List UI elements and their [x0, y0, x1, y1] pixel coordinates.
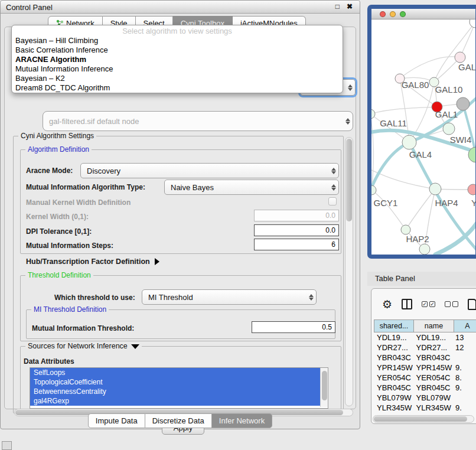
network-node[interactable] [470, 19, 475, 28]
zoom-traffic-light-icon[interactable] [400, 11, 406, 17]
network-graph[interactable]: GALGAL80GAL10GAL1GAL11SWI4GAL4GCY1HAP4YH… [371, 19, 475, 255]
table-cell: YPR145W [413, 363, 452, 373]
node-label: Y [471, 198, 475, 208]
gear-icon[interactable]: ⚙ [382, 299, 392, 310]
mi-threshold-input[interactable] [252, 321, 335, 333]
threshold-definition-title: Threshold Definition [25, 271, 93, 279]
table-cell: YDL19... [413, 332, 452, 343]
table-cell: 9. [452, 403, 476, 413]
table-row[interactable]: YLR345WYLR345W9. [374, 403, 476, 413]
network-node[interactable] [455, 52, 465, 63]
mi-algorithm-type-label: Mutual Information Algorithm Type: [26, 183, 145, 191]
mi-steps-input[interactable] [254, 239, 339, 250]
control-panel-titlebar: Control Panel □ ✖ [1, 1, 360, 14]
hub-definition-toggle[interactable]: Hub/Transcription Factor Definition [26, 257, 159, 266]
bottom-tab-impute-data[interactable]: Impute Data [88, 413, 145, 428]
float-window-icon[interactable]: □ [335, 2, 340, 11]
network-node[interactable] [419, 244, 430, 255]
deselect-all-checkboxes-icon[interactable] [445, 301, 458, 307]
bottom-tabbar: Impute DataDiscretize DataInfer Network [1, 413, 360, 428]
which-threshold-combobox[interactable]: MI Threshold [142, 289, 317, 305]
table-horizontal-scrollbar[interactable] [373, 415, 474, 423]
manual-kernel-width-checkbox[interactable] [328, 197, 337, 206]
network-node[interactable] [401, 225, 410, 234]
algorithm-placeholder: Select algorithm to view settings [12, 27, 343, 36]
aracne-mode-label: Aracne Mode: [26, 167, 73, 175]
attribute-item-selfloops[interactable]: SelfLoops [30, 368, 328, 377]
algorithm-option-mutual-information-inference[interactable]: Mutual Information Inference [12, 64, 343, 74]
network-node[interactable] [429, 183, 441, 195]
column-header-a[interactable]: A [454, 319, 476, 332]
mi-algorithm-type-value: Naive Bayes [165, 183, 329, 192]
attribute-item-gal4rgexp[interactable]: gal4RGexp [30, 396, 328, 406]
node-label: GAL [458, 62, 475, 72]
algorithm-options-list: Bayesian – Hill ClimbingBasic Correlatio… [12, 36, 343, 93]
table-row[interactable]: YBL079WYBL079W [374, 393, 476, 403]
sources-toggle[interactable]: Sources for Network Inference [25, 342, 142, 350]
network-selection-combobox[interactable]: gal-filtered.sif default node [43, 111, 353, 131]
kernel-width-input[interactable] [254, 210, 339, 221]
table-cell [452, 393, 476, 403]
network-edge [371, 114, 374, 190]
table-cell: 8. [452, 373, 476, 383]
close-icon[interactable]: ✖ [347, 2, 353, 11]
screen: Control Panel □ ✖ NetworkStyleSelectCyni… [0, 0, 476, 450]
network-canvas[interactable]: GALGAL80GAL10GAL1GAL11SWI4GAL4GCY1HAP4YH… [371, 19, 475, 255]
attribute-item-betweennesscentrality[interactable]: BetweennessCentrality [30, 387, 328, 396]
algorithm-option-basic-correlation-inference[interactable]: Basic Correlation Inference [12, 45, 343, 55]
node-label: SWI4 [450, 135, 472, 145]
table-row[interactable]: YBR043CYBR043C [374, 353, 476, 363]
table-row[interactable]: YDR27...YDR27...12 [374, 343, 476, 353]
bottom-tab-infer-network[interactable]: Infer Network [212, 413, 272, 428]
network-node[interactable] [443, 123, 455, 135]
select-all-checkboxes-icon[interactable]: ✓✓ [422, 301, 435, 307]
node-label: GAL11 [380, 118, 407, 128]
table-header-row: shared...nameA [374, 319, 476, 332]
network-node[interactable] [468, 184, 475, 195]
table-row[interactable]: YPR145WYPR145W9. [374, 363, 476, 373]
mi-threshold-definition-title: MI Threshold Definition [31, 305, 109, 314]
algorithm-option-aracne-algorithm[interactable]: ARACNE Algorithm [12, 55, 343, 64]
table-body: YDL19...YDL19...13YDR27...YDR27...12YBR0… [374, 332, 476, 415]
table-panel-window: ⚙ ✓✓ shared...nameA YDL19...YDL19...13YD… [371, 288, 476, 424]
aracne-mode-combobox[interactable]: Discovery [80, 163, 339, 178]
algorithm-definition-title: Algorithm Definition [25, 145, 92, 154]
close-traffic-light-icon[interactable] [380, 11, 386, 17]
bottom-tab-discretize-data[interactable]: Discretize Data [145, 413, 212, 428]
stepper-icon [329, 180, 338, 194]
table-panel-title: Table Panel [367, 272, 476, 286]
table-row[interactable]: YBR045CYBR045C9. [374, 383, 476, 393]
mi-algorithm-type-combobox[interactable]: Naive Bayes [164, 180, 339, 195]
node-label: GAL10 [435, 84, 463, 94]
table-cell: YLR345W [374, 403, 413, 413]
settings-vertical-scrollbar[interactable] [345, 137, 353, 406]
table-row[interactable]: YER054CYER054C8. [374, 373, 476, 383]
cyni-algorithm-settings-title: Cyni Algorithm Settings [18, 132, 96, 140]
algorithm-option-bayesian-hill-climbing[interactable]: Bayesian – Hill Climbing [12, 36, 343, 45]
data-attributes-list[interactable]: SelfLoopsTopologicalCoefficientBetweenne… [30, 367, 328, 409]
network-node[interactable] [402, 135, 416, 149]
dpi-tolerance-label: DPI Tolerance [0,1]: [26, 227, 92, 236]
corner-button[interactable] [2, 441, 12, 450]
network-window-titlebar[interactable] [371, 9, 475, 19]
dpi-tolerance-input[interactable] [254, 224, 339, 236]
attribute-item-topologicalcoefficient[interactable]: TopologicalCoefficient [30, 377, 328, 387]
algorithm-option-bayesian-k2[interactable]: Bayesian – K2 [12, 74, 343, 83]
column-header-name[interactable]: name [414, 319, 454, 332]
network-node[interactable] [457, 97, 470, 110]
collapse-arrow-icon[interactable] [131, 344, 139, 349]
minimize-traffic-light-icon[interactable] [390, 11, 396, 17]
hub-definition-label: Hub/Transcription Factor Definition [26, 257, 150, 266]
new-table-icon[interactable] [468, 299, 476, 310]
table-cell: YBR045C [374, 383, 413, 393]
table-cell: YBR045C [413, 383, 452, 393]
expand-arrow-icon[interactable] [155, 258, 159, 265]
columns-icon[interactable] [402, 299, 412, 309]
node-label: GAL80 [402, 80, 429, 90]
column-header-shared[interactable]: shared... [374, 319, 414, 332]
list-scrollbar[interactable] [320, 368, 328, 407]
mi-steps-label: Mutual Information Steps: [26, 242, 113, 250]
table-row[interactable]: YDL19...YDL19...13 [374, 332, 476, 343]
algorithm-option-dream8-dc-tdc-algorithm[interactable]: Dream8 DC_TDC Algorithm [12, 83, 343, 93]
table-cell: YBL079W [413, 393, 452, 403]
